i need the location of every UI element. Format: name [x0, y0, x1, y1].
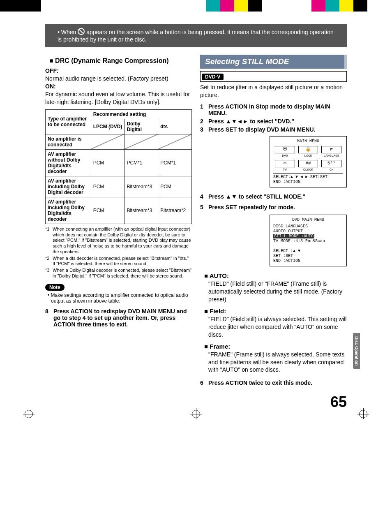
- footnotes: *1When connecting an amplifier (with an …: [45, 227, 192, 279]
- notice-post: appears on the screen while a button is …: [58, 29, 334, 43]
- field-text: "FIELD" (Field still) is always selected…: [208, 315, 347, 339]
- step-8: 8 Press ACTION to redisplay DVD MAIN MEN…: [45, 308, 192, 328]
- notice-pre: • When: [58, 29, 78, 35]
- registration-marks: [0, 410, 392, 418]
- language-icon: ⇄: [321, 146, 341, 153]
- th-type: Type of amplifier to be connected: [46, 109, 91, 134]
- side-tab: Disc Operation: [353, 333, 360, 369]
- auto-heading: AUTO:: [204, 272, 347, 279]
- th-c1: LPCM (DVD): [91, 119, 125, 134]
- on-text: For dynamic sound even at low volume. Th…: [45, 91, 190, 105]
- notice-bar: • When appears on the screen while a but…: [45, 24, 347, 47]
- right-column: Selecting STILL MODE DVD-V Set to reduce…: [200, 55, 347, 390]
- auto-text: "FIELD" (Field still) or "FRAME" (Frame …: [208, 280, 347, 303]
- th-c2: Dolby Digital: [125, 119, 158, 134]
- osd-dvd-main-menu: DVD MAIN MENU DISC LANGUAGES AUDIO OUTPU…: [270, 215, 347, 266]
- tv-icon: ▭: [275, 160, 295, 167]
- osd-main-menu: MAIN MENU ⦿DVD 🔒LOCK ⇄LANGUAGE ▭TV ##CLO…: [270, 136, 347, 187]
- table-row: AV amplifier without Dolby Digital/dts d…: [46, 149, 192, 176]
- prohibit-icon: [78, 28, 85, 35]
- th-rec: Recommended setting: [91, 109, 191, 119]
- step-4: 4 Press ▲▼ to select "STILL MODE.": [200, 193, 347, 200]
- field-heading: Field:: [204, 308, 347, 315]
- step-2: Press ▲▼◄► to select "DVD.": [200, 118, 347, 125]
- left-column: DRC (Dynamic Range Compression) OFF: Nor…: [45, 55, 192, 390]
- frame-heading: Frame:: [204, 343, 347, 350]
- steps-1-3: Press ACTION in Stop mode to display MAI…: [200, 103, 347, 133]
- page-number: 65: [330, 393, 347, 411]
- note-pill: Note: [45, 284, 65, 291]
- table-row: AV amplifier including Dolby Digital dec…: [46, 176, 192, 197]
- on-label: ON:: [45, 83, 56, 90]
- ch-icon: 5³¹: [321, 160, 341, 167]
- table-row: No amplifier is connected: [46, 134, 192, 149]
- intro-text: Set to reduce jitter in a displayed stil…: [200, 83, 347, 99]
- th-c3: dts: [158, 119, 192, 134]
- off-label: OFF:: [45, 67, 59, 74]
- dvdv-badge: DVD-V: [202, 74, 224, 80]
- amplifier-table: Type of amplifier to be connected Recomm…: [45, 109, 192, 224]
- drc-heading: DRC (Dynamic Range Compression): [49, 57, 192, 65]
- note-text: • Make settings according to amplifier c…: [51, 292, 192, 304]
- clock-icon: ##: [298, 160, 318, 167]
- section-title: Selecting STILL MODE: [200, 55, 347, 69]
- lock-icon: 🔒: [298, 146, 318, 153]
- print-color-bars: [0, 0, 392, 12]
- table-row: AV amplifier including Dolby Digital/dts…: [46, 197, 192, 224]
- off-text: Normal audio range is selected. (Factory…: [45, 75, 168, 82]
- dvdv-wrap: DVD-V: [200, 71, 347, 82]
- step-1: Press ACTION in Stop mode to display MAI…: [200, 103, 347, 116]
- step-3: Press SET to display DVD MAIN MENU.: [200, 126, 347, 133]
- drc-body: OFF: Normal audio range is selected. (Fa…: [45, 67, 192, 106]
- step-6: 6 Press ACTION twice to exit this mode.: [200, 379, 347, 386]
- dvd-icon: ⦿: [275, 146, 295, 153]
- step-5: 5 Press SET repeatedly for mode.: [200, 204, 347, 210]
- frame-text: "FRAME" (Frame still) is always selected…: [208, 351, 347, 374]
